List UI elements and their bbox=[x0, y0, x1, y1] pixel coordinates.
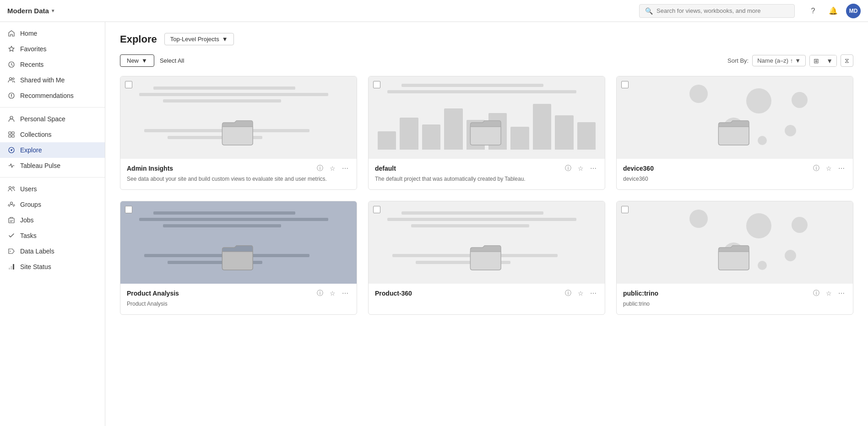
sidebar-item-personal[interactable]: Personal Space bbox=[0, 111, 105, 127]
sidebar-item-explore[interactable]: Explore bbox=[0, 142, 105, 158]
card-checkbox[interactable] bbox=[125, 81, 132, 88]
card-description: device360 bbox=[623, 175, 846, 183]
sidebar-item-collections[interactable]: Collections bbox=[0, 127, 105, 142]
favorite-button[interactable]: ☆ bbox=[328, 164, 337, 173]
collections-icon bbox=[7, 130, 16, 139]
notifications-icon[interactable]: 🔔 bbox=[826, 4, 841, 18]
avatar[interactable]: MD bbox=[846, 4, 861, 18]
sidebar-label-tasks: Tasks bbox=[20, 232, 37, 239]
bubble bbox=[758, 136, 767, 145]
grid-view-button[interactable]: ⊞ bbox=[810, 55, 823, 66]
info-icon-button[interactable]: ⓘ bbox=[811, 163, 821, 173]
info-icon-button[interactable]: ⓘ bbox=[315, 163, 325, 173]
svg-point-11 bbox=[9, 187, 11, 189]
card-info: Product Analysis ⓘ ☆ ⋯ Product Analysis bbox=[120, 284, 357, 314]
sidebar-item-recents[interactable]: Recents bbox=[0, 57, 105, 72]
folder-icon bbox=[468, 116, 505, 150]
svg-point-5 bbox=[10, 116, 13, 119]
view-toggle[interactable]: ⊞ ▼ bbox=[809, 55, 837, 67]
favorite-button[interactable]: ☆ bbox=[824, 289, 834, 298]
card-checkbox[interactable] bbox=[373, 206, 380, 213]
more-button[interactable]: ⋯ bbox=[340, 164, 350, 173]
sort-value: Name (a–z) ↑ bbox=[757, 57, 793, 64]
search-input[interactable] bbox=[656, 7, 789, 14]
card-title: Product-360 bbox=[375, 290, 560, 297]
sidebar-item-favorites[interactable]: Favorites bbox=[0, 41, 105, 57]
folder-icon bbox=[716, 241, 753, 275]
page-title: Explore bbox=[120, 33, 157, 45]
more-button[interactable]: ⋯ bbox=[340, 289, 350, 298]
explore-icon bbox=[7, 146, 16, 154]
sidebar-label-jobs: Jobs bbox=[20, 216, 34, 224]
sidebar-item-sitestatus[interactable]: Site Status bbox=[0, 259, 105, 275]
card-title-row: Product-360 ⓘ ☆ ⋯ bbox=[375, 288, 598, 298]
more-button[interactable]: ⋯ bbox=[836, 289, 846, 298]
svg-rect-7 bbox=[12, 132, 14, 134]
list-view-button[interactable]: ▼ bbox=[823, 55, 836, 66]
sidebar-item-tasks[interactable]: Tasks bbox=[0, 228, 105, 243]
recommendations-icon bbox=[7, 92, 16, 100]
sidebar-label-shared: Shared with Me bbox=[20, 76, 65, 84]
sort-dropdown[interactable]: Name (a–z) ↑ ▼ bbox=[752, 55, 806, 66]
svg-point-15 bbox=[10, 251, 11, 252]
card-checkbox[interactable] bbox=[621, 206, 629, 213]
sidebar-item-users[interactable]: Users bbox=[0, 181, 105, 197]
info-icon-button[interactable]: ⓘ bbox=[811, 288, 821, 298]
more-button[interactable]: ⋯ bbox=[588, 289, 598, 298]
info-icon-button[interactable]: ⓘ bbox=[563, 288, 573, 298]
sidebar-item-pulse[interactable]: Tableau Pulse bbox=[0, 158, 105, 173]
filter-button[interactable]: ⧖ bbox=[841, 54, 853, 67]
bubble bbox=[689, 210, 708, 228]
sidebar-label-explore: Explore bbox=[20, 146, 42, 154]
bubble bbox=[758, 261, 767, 270]
sidebar-item-recommendations[interactable]: Recommendations bbox=[0, 88, 105, 103]
sidebar-item-shared[interactable]: Shared with Me bbox=[0, 72, 105, 88]
select-all-button[interactable]: Select All bbox=[160, 57, 184, 64]
sidebar-item-home[interactable]: Home bbox=[0, 26, 105, 41]
filter-chevron-icon: ▼ bbox=[222, 36, 228, 43]
project-card-product-360[interactable]: Product-360 ⓘ ☆ ⋯ bbox=[368, 201, 605, 315]
card-checkbox[interactable] bbox=[125, 206, 132, 213]
bar bbox=[577, 122, 596, 150]
more-button[interactable]: ⋯ bbox=[588, 164, 598, 173]
favorite-button[interactable]: ☆ bbox=[576, 164, 586, 173]
recents-icon bbox=[7, 60, 16, 69]
sort-chevron-icon: ▼ bbox=[795, 57, 801, 64]
project-card-admin-insights[interactable]: Admin Insights ⓘ ☆ ⋯ See data about your… bbox=[120, 76, 357, 190]
sidebar: Home Favorites Recents Shared with Me Re… bbox=[0, 22, 105, 426]
bar bbox=[378, 131, 396, 150]
info-icon-button[interactable]: ⓘ bbox=[315, 288, 325, 298]
topbar-icons: ? 🔔 MD bbox=[806, 4, 861, 18]
brand-name: Modern Data bbox=[7, 7, 49, 15]
datalabels-icon bbox=[7, 247, 16, 255]
card-thumbnail bbox=[617, 76, 853, 159]
search-icon: 🔍 bbox=[645, 7, 653, 15]
svg-rect-6 bbox=[9, 132, 11, 134]
favorite-button[interactable]: ☆ bbox=[576, 289, 586, 298]
sidebar-label-favorites: Favorites bbox=[20, 45, 47, 53]
sidebar-item-jobs[interactable]: Jobs bbox=[0, 212, 105, 228]
bar bbox=[422, 124, 440, 150]
bubble bbox=[746, 213, 771, 238]
search-bar[interactable]: 🔍 bbox=[639, 4, 795, 18]
sidebar-item-datalabels[interactable]: Data Labels bbox=[0, 243, 105, 259]
project-card-device360[interactable]: device360 ⓘ ☆ ⋯ device360 bbox=[616, 76, 853, 190]
favorite-button[interactable]: ☆ bbox=[824, 164, 834, 173]
favorite-button[interactable]: ☆ bbox=[328, 289, 337, 298]
help-icon[interactable]: ? bbox=[806, 4, 820, 18]
sidebar-item-groups[interactable]: Groups bbox=[0, 197, 105, 212]
project-card-public-trino[interactable]: public:trino ⓘ ☆ ⋯ public:trino bbox=[616, 201, 853, 315]
card-title-row: public:trino ⓘ ☆ ⋯ bbox=[623, 288, 846, 298]
filter-dropdown[interactable]: Top-Level Projects ▼ bbox=[164, 33, 234, 45]
brand-dropdown[interactable]: Modern Data ▼ bbox=[7, 7, 81, 15]
project-card-product-analysis[interactable]: Product Analysis ⓘ ☆ ⋯ Product Analysis bbox=[120, 201, 357, 315]
card-checkbox[interactable] bbox=[373, 81, 380, 88]
project-card-default[interactable]: default ⓘ ☆ ⋯ The default project that w… bbox=[368, 76, 605, 190]
card-checkbox[interactable] bbox=[621, 81, 629, 88]
svg-rect-16 bbox=[9, 268, 10, 270]
card-info: Product-360 ⓘ ☆ ⋯ bbox=[369, 284, 605, 307]
info-icon-button[interactable]: ⓘ bbox=[563, 163, 573, 173]
bubble bbox=[792, 92, 808, 108]
new-button[interactable]: New ▼ bbox=[120, 54, 154, 67]
more-button[interactable]: ⋯ bbox=[836, 164, 846, 173]
